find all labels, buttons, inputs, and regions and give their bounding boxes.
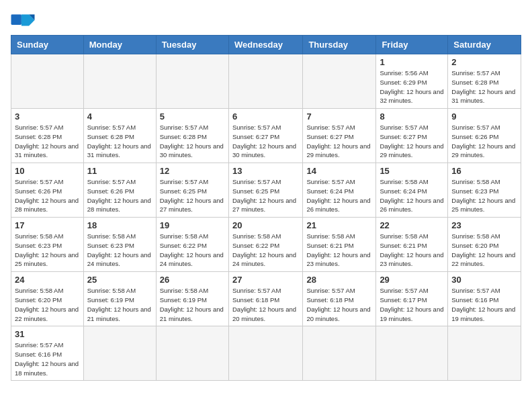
day-info: Sunrise: 5:57 AM Sunset: 6:25 PM Dayligh… (160, 177, 225, 214)
day-info: Sunrise: 5:57 AM Sunset: 6:28 PM Dayligh… (87, 123, 152, 160)
logo (11, 11, 38, 30)
calendar-cell (448, 326, 521, 381)
day-info: Sunrise: 5:58 AM Sunset: 6:19 PM Dayligh… (87, 286, 152, 323)
day-number: 13 (232, 166, 299, 176)
day-info: Sunrise: 5:57 AM Sunset: 6:27 PM Dayligh… (232, 123, 299, 160)
calendar-cell: 28Sunrise: 5:57 AM Sunset: 6:18 PM Dayli… (303, 272, 376, 326)
calendar-cell: 5Sunrise: 5:57 AM Sunset: 6:28 PM Daylig… (156, 109, 228, 163)
calendar-cell: 4Sunrise: 5:57 AM Sunset: 6:28 PM Daylig… (83, 109, 156, 163)
day-info: Sunrise: 5:57 AM Sunset: 6:17 PM Dayligh… (380, 286, 444, 323)
calendar-cell: 6Sunrise: 5:57 AM Sunset: 6:27 PM Daylig… (228, 109, 302, 163)
calendar-cell: 8Sunrise: 5:57 AM Sunset: 6:27 PM Daylig… (376, 109, 448, 163)
day-number: 31 (15, 329, 80, 339)
day-info: Sunrise: 5:57 AM Sunset: 6:27 PM Dayligh… (306, 123, 372, 160)
day-number: 12 (160, 166, 225, 176)
calendar-cell: 29Sunrise: 5:57 AM Sunset: 6:17 PM Dayli… (376, 272, 448, 326)
day-info: Sunrise: 5:57 AM Sunset: 6:16 PM Dayligh… (15, 340, 80, 377)
day-info: Sunrise: 5:57 AM Sunset: 6:27 PM Dayligh… (380, 123, 444, 160)
calendar-cell: 19Sunrise: 5:58 AM Sunset: 6:22 PM Dayli… (156, 218, 228, 272)
day-header-friday: Friday (376, 36, 448, 54)
calendar-cell (376, 326, 448, 381)
calendar-cell: 26Sunrise: 5:58 AM Sunset: 6:19 PM Dayli… (156, 272, 228, 326)
calendar-cell: 13Sunrise: 5:57 AM Sunset: 6:25 PM Dayli… (228, 163, 302, 218)
day-info: Sunrise: 5:57 AM Sunset: 6:28 PM Dayligh… (160, 123, 225, 160)
day-number: 20 (232, 220, 299, 230)
calendar-cell: 27Sunrise: 5:57 AM Sunset: 6:18 PM Dayli… (228, 272, 302, 326)
day-number: 14 (306, 166, 372, 176)
day-number: 15 (380, 166, 444, 176)
day-number: 21 (306, 220, 372, 230)
calendar-cell: 21Sunrise: 5:58 AM Sunset: 6:21 PM Dayli… (303, 218, 376, 272)
day-number: 9 (451, 111, 517, 122)
day-header-thursday: Thursday (303, 36, 376, 54)
day-number: 8 (380, 111, 444, 122)
svg-rect-0 (11, 15, 21, 25)
day-number: 24 (15, 275, 80, 285)
day-info: Sunrise: 5:57 AM Sunset: 6:28 PM Dayligh… (15, 123, 80, 160)
day-header-sunday: Sunday (11, 36, 84, 54)
day-info: Sunrise: 5:57 AM Sunset: 6:26 PM Dayligh… (451, 123, 517, 160)
calendar-week-5: 24Sunrise: 5:58 AM Sunset: 6:20 PM Dayli… (11, 272, 521, 326)
day-info: Sunrise: 5:57 AM Sunset: 6:18 PM Dayligh… (232, 286, 299, 323)
day-info: Sunrise: 5:57 AM Sunset: 6:18 PM Dayligh… (306, 286, 372, 323)
day-header-tuesday: Tuesday (156, 36, 228, 54)
calendar-header-row: SundayMondayTuesdayWednesdayThursdayFrid… (11, 36, 521, 54)
calendar-cell: 31Sunrise: 5:57 AM Sunset: 6:16 PM Dayli… (11, 326, 84, 381)
day-info: Sunrise: 5:57 AM Sunset: 6:16 PM Dayligh… (451, 286, 517, 323)
calendar-cell: 24Sunrise: 5:58 AM Sunset: 6:20 PM Dayli… (11, 272, 84, 326)
day-info: Sunrise: 5:58 AM Sunset: 6:19 PM Dayligh… (160, 286, 225, 323)
day-info: Sunrise: 5:58 AM Sunset: 6:22 PM Dayligh… (160, 232, 225, 269)
day-number: 25 (87, 275, 152, 285)
calendar-cell: 12Sunrise: 5:57 AM Sunset: 6:25 PM Dayli… (156, 163, 228, 218)
day-number: 1 (380, 57, 444, 67)
calendar-cell (156, 54, 228, 109)
day-info: Sunrise: 5:58 AM Sunset: 6:20 PM Dayligh… (451, 232, 517, 269)
calendar-cell: 16Sunrise: 5:58 AM Sunset: 6:23 PM Dayli… (448, 163, 521, 218)
day-number: 3 (15, 111, 80, 122)
calendar-cell (11, 54, 84, 109)
calendar-cell: 23Sunrise: 5:58 AM Sunset: 6:20 PM Dayli… (448, 218, 521, 272)
calendar-week-3: 10Sunrise: 5:57 AM Sunset: 6:26 PM Dayli… (11, 163, 521, 218)
logo-icon (11, 11, 35, 30)
calendar-cell: 10Sunrise: 5:57 AM Sunset: 6:26 PM Dayli… (11, 163, 84, 218)
day-header-monday: Monday (83, 36, 156, 54)
calendar-cell: 22Sunrise: 5:58 AM Sunset: 6:21 PM Dayli… (376, 218, 448, 272)
day-info: Sunrise: 5:57 AM Sunset: 6:24 PM Dayligh… (306, 177, 372, 214)
calendar-week-4: 17Sunrise: 5:58 AM Sunset: 6:23 PM Dayli… (11, 218, 521, 272)
day-number: 6 (232, 111, 299, 122)
day-number: 11 (87, 166, 152, 176)
calendar-week-1: 1Sunrise: 5:56 AM Sunset: 6:29 PM Daylig… (11, 54, 521, 109)
calendar-cell: 25Sunrise: 5:58 AM Sunset: 6:19 PM Dayli… (83, 272, 156, 326)
day-info: Sunrise: 5:58 AM Sunset: 6:21 PM Dayligh… (306, 232, 372, 269)
calendar-cell: 7Sunrise: 5:57 AM Sunset: 6:27 PM Daylig… (303, 109, 376, 163)
calendar-cell: 20Sunrise: 5:58 AM Sunset: 6:22 PM Dayli… (228, 218, 302, 272)
day-number: 7 (306, 111, 372, 122)
calendar-cell: 18Sunrise: 5:58 AM Sunset: 6:23 PM Dayli… (83, 218, 156, 272)
calendar-cell: 2Sunrise: 5:57 AM Sunset: 6:28 PM Daylig… (448, 54, 521, 109)
day-number: 23 (451, 220, 517, 230)
calendar-cell: 1Sunrise: 5:56 AM Sunset: 6:29 PM Daylig… (376, 54, 448, 109)
calendar-table: SundayMondayTuesdayWednesdayThursdayFrid… (11, 35, 521, 381)
calendar-cell (228, 54, 302, 109)
day-number: 26 (160, 275, 225, 285)
day-number: 28 (306, 275, 372, 285)
calendar-cell (303, 54, 376, 109)
day-header-wednesday: Wednesday (228, 36, 302, 54)
day-info: Sunrise: 5:58 AM Sunset: 6:23 PM Dayligh… (451, 177, 517, 214)
calendar-cell: 17Sunrise: 5:58 AM Sunset: 6:23 PM Dayli… (11, 218, 84, 272)
day-number: 5 (160, 111, 225, 122)
day-info: Sunrise: 5:58 AM Sunset: 6:20 PM Dayligh… (15, 286, 80, 323)
day-info: Sunrise: 5:56 AM Sunset: 6:29 PM Dayligh… (380, 68, 444, 105)
day-number: 4 (87, 111, 152, 122)
day-info: Sunrise: 5:58 AM Sunset: 6:23 PM Dayligh… (87, 232, 152, 269)
day-number: 17 (15, 220, 80, 230)
day-number: 16 (451, 166, 517, 176)
page-header (11, 11, 521, 30)
day-header-saturday: Saturday (448, 36, 521, 54)
day-info: Sunrise: 5:57 AM Sunset: 6:26 PM Dayligh… (87, 177, 152, 214)
calendar-cell (83, 54, 156, 109)
day-number: 18 (87, 220, 152, 230)
day-info: Sunrise: 5:57 AM Sunset: 6:25 PM Dayligh… (232, 177, 299, 214)
calendar-cell (156, 326, 228, 381)
calendar-week-2: 3Sunrise: 5:57 AM Sunset: 6:28 PM Daylig… (11, 109, 521, 163)
